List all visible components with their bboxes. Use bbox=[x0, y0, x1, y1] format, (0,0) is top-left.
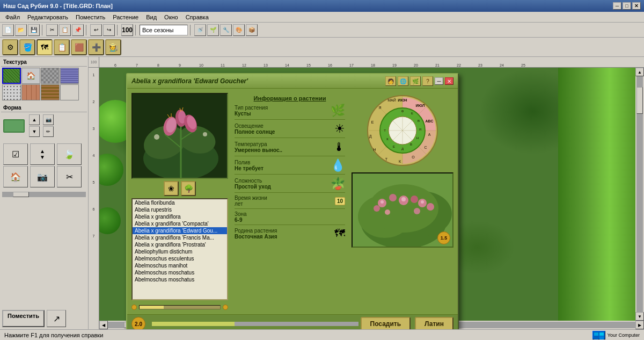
latin-button[interactable]: Латин bbox=[415, 317, 453, 329]
texture-house[interactable]: 🏠 bbox=[21, 68, 40, 84]
tool-house[interactable]: 🏠 bbox=[3, 166, 28, 187]
tool-leaf[interactable]: 🍃 bbox=[57, 143, 82, 165]
toolbar-redo[interactable]: ↪ bbox=[103, 24, 115, 36]
forma-edit[interactable]: ✏ bbox=[43, 126, 54, 137]
toolbar-paste[interactable]: 📌 bbox=[72, 24, 84, 36]
v-scroll-thumb[interactable] bbox=[636, 87, 643, 114]
v-scrollbar[interactable]: ▲ ▼ bbox=[635, 68, 644, 321]
texture-pattern2[interactable] bbox=[60, 68, 79, 84]
menu-place[interactable]: Поместить bbox=[72, 13, 108, 21]
toolbar-save[interactable]: 💾 bbox=[28, 24, 40, 36]
texture-brick[interactable] bbox=[21, 84, 40, 100]
dialog-minimize-btn[interactable]: ─ bbox=[435, 77, 443, 85]
plant-list-item-2[interactable]: Abelia x grandiflora bbox=[133, 213, 227, 220]
toolbar-water[interactable]: 🚿 bbox=[194, 24, 206, 36]
toolbar2-health[interactable]: ➕ bbox=[88, 39, 104, 55]
forma-scroll-down[interactable]: ▼ bbox=[29, 126, 40, 137]
forma-camera[interactable]: 📷 bbox=[43, 114, 54, 125]
toolbar-more[interactable]: 📦 bbox=[246, 24, 258, 36]
plant-list-item-1[interactable]: Abelia rupestris bbox=[133, 206, 227, 213]
plant-list-item-9[interactable]: Abelmoschus manihot bbox=[133, 262, 227, 269]
tool-camera[interactable]: 📷 bbox=[30, 166, 55, 187]
v-scroll-up[interactable]: ▲ bbox=[635, 68, 644, 76]
toolbar2-water2[interactable]: 🪣 bbox=[19, 39, 35, 55]
menu-file[interactable]: Файл bbox=[2, 13, 23, 21]
plant-list-item-11[interactable]: Abelmoschus moschatus bbox=[133, 276, 227, 283]
texture-dots[interactable] bbox=[2, 84, 21, 100]
tool-check[interactable]: ☑ bbox=[3, 143, 28, 165]
svg-point-64 bbox=[427, 203, 434, 211]
plant-list-item-4[interactable]: Abelia x grandiflora 'Edward Gou... bbox=[133, 227, 227, 234]
toolbar-plant-add[interactable]: 🌱 bbox=[207, 24, 219, 36]
texture-pattern1[interactable] bbox=[41, 68, 60, 84]
cursor-tool[interactable]: ↗ bbox=[47, 310, 66, 327]
toolbar2-map[interactable]: 🗺 bbox=[36, 39, 53, 55]
info-watering-section: Полив Не требует 💧 bbox=[235, 158, 345, 175]
plant-list-item-0[interactable]: Abelia floribunda bbox=[133, 199, 227, 206]
toolbar-copy[interactable]: 📋 bbox=[59, 24, 71, 36]
plant-icon-tree[interactable]: 🌳 bbox=[181, 181, 196, 196]
dialog-icon-person[interactable]: 🧑 bbox=[385, 76, 396, 86]
tool-scissors[interactable]: ✂ bbox=[57, 166, 82, 187]
menu-window[interactable]: Окно bbox=[161, 13, 181, 21]
dialog-icon-question[interactable]: ? bbox=[422, 76, 433, 86]
scroll-thumb[interactable] bbox=[13, 192, 29, 197]
scroll-track[interactable] bbox=[2, 192, 86, 197]
forma-shape[interactable] bbox=[3, 119, 25, 133]
info-divider-7 bbox=[235, 225, 345, 225]
place-button[interactable]: Поместить bbox=[2, 310, 45, 327]
menu-edit[interactable]: Редактировать bbox=[24, 13, 71, 21]
v-scroll-down[interactable]: ▼ bbox=[635, 312, 644, 321]
dialog-icon-globe[interactable]: 🌐 bbox=[398, 76, 408, 86]
plant-list-item-10[interactable]: Abelmoschus moschatus bbox=[133, 269, 227, 276]
minimize-button[interactable]: ─ bbox=[613, 2, 621, 10]
toolbar-new[interactable]: 📄 bbox=[2, 24, 14, 36]
tool-scroll[interactable]: ▲▼ bbox=[30, 143, 55, 165]
toolbar-open[interactable]: 📂 bbox=[15, 24, 27, 36]
toolbar-cut[interactable]: ✂ bbox=[46, 24, 58, 36]
plant-list-item-3[interactable]: Abelia x grandiflora 'Compacta' bbox=[133, 220, 227, 227]
toolbar2-settings[interactable]: ⚙ bbox=[2, 39, 18, 55]
menu-plant[interactable]: Растение bbox=[109, 13, 142, 21]
h-scroll-left[interactable]: ◀ bbox=[99, 321, 108, 329]
ruler-mark-8: 8 bbox=[148, 63, 169, 67]
toolbar-palette[interactable]: 🎨 bbox=[233, 24, 245, 36]
menu-help[interactable]: Справка bbox=[182, 13, 212, 21]
plant-list-item-6[interactable]: Abelia x grandiflora 'Prostrata' bbox=[133, 241, 227, 248]
list-indicator-top bbox=[131, 305, 137, 310]
texture-empty[interactable] bbox=[60, 84, 79, 100]
size-bar[interactable] bbox=[152, 322, 358, 326]
season-dropdown[interactable]: Все сезоны bbox=[140, 25, 188, 35]
plant-button[interactable]: Посадить bbox=[361, 317, 411, 329]
maximize-button[interactable]: □ bbox=[623, 2, 631, 10]
ruler-top: 6 7 8 9 10 11 12 13 14 15 16 17 18 19 20… bbox=[99, 57, 644, 68]
toolbar2-person[interactable]: 🧑‍🌾 bbox=[105, 39, 121, 55]
v-scroll-track[interactable] bbox=[636, 76, 643, 312]
dialog-close-btn[interactable]: ✕ bbox=[445, 77, 453, 85]
list-scrollbar-thumb[interactable] bbox=[140, 306, 164, 309]
toolbar-zoom-in[interactable]: 100 bbox=[121, 24, 133, 36]
list-scrollbar[interactable] bbox=[139, 305, 221, 309]
list-indicator-bottom bbox=[223, 305, 228, 310]
dialog-icon-leaf[interactable]: 🌿 bbox=[410, 76, 421, 86]
ruler-mark-20: 20 bbox=[405, 63, 427, 67]
plant-list-box[interactable]: Abelia floribunda Abelia rupestris Abeli… bbox=[131, 198, 228, 300]
plant-list-item-7[interactable]: Abeliophyllum distichum bbox=[133, 248, 227, 255]
menu-view[interactable]: Вид bbox=[143, 13, 160, 21]
svg-text:Н: Н bbox=[373, 148, 376, 151]
dialog-title-bar: Abelia x grandiflora 'Edward Goucher' 🧑 … bbox=[127, 74, 458, 89]
toolbar-undo[interactable]: ↩ bbox=[90, 24, 102, 36]
forma-scroll-up[interactable]: ▲ bbox=[29, 114, 40, 125]
toolbar-tools[interactable]: 🔧 bbox=[220, 24, 232, 36]
texture-grass[interactable] bbox=[2, 68, 21, 84]
toolbar2-grid[interactable]: 🟫 bbox=[71, 39, 87, 55]
garden-canvas[interactable]: 6 7 8 9 10 11 12 13 14 15 16 17 18 19 20… bbox=[89, 57, 644, 329]
plant-list-item-5[interactable]: Abelia x grandiflora 'Francis Ma... bbox=[133, 234, 227, 241]
plant-list-item-8[interactable]: Abelmoschus esculentus bbox=[133, 255, 227, 262]
close-button[interactable]: ✕ bbox=[632, 2, 641, 10]
watering-label: Полив bbox=[235, 160, 283, 165]
texture-wood[interactable] bbox=[41, 84, 60, 100]
h-scroll-right[interactable]: ▶ bbox=[635, 321, 644, 329]
plant-icon-flower[interactable]: ❀ bbox=[164, 181, 179, 196]
toolbar2-note[interactable]: 📋 bbox=[54, 39, 70, 55]
